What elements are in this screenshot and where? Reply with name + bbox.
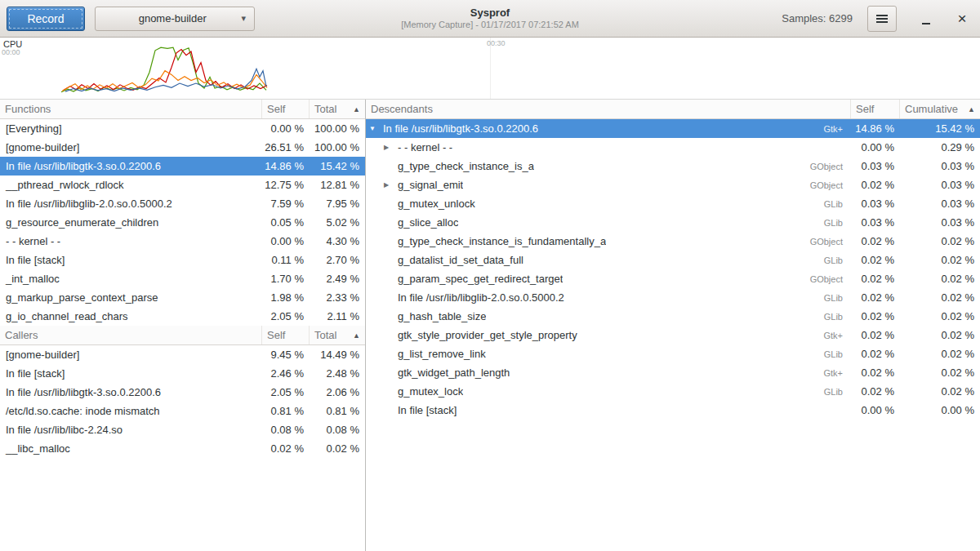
process-selector-dropdown[interactable]: gnome-builder ▾ [95,7,255,31]
table-row[interactable]: In file /usr/lib/libc-2.24.so0.08 %0.08 … [0,420,365,439]
cumulative-percent: 0.02 % [900,348,980,360]
self-percent: 0.02 % [851,385,900,398]
table-row[interactable]: In file /usr/lib/libgtk-3.so.0.2200.614.… [0,157,365,176]
function-name: g_markup_parse_context_parse [0,291,262,304]
total-percent: 2.70 % [310,254,365,266]
total-percent: 12.81 % [310,179,365,191]
expanded-expander-icon[interactable]: ▼ [369,125,383,132]
cumulative-percent: 0.02 % [900,235,980,247]
table-row[interactable]: In file /usr/lib/libglib-2.0.so.0.5000.2… [366,288,980,307]
self-percent: 7.59 % [262,198,310,210]
library-category-label: GLib [824,312,851,322]
table-row[interactable]: ▼In file /usr/lib/libgtk-3.so.0.2200.6Gt… [366,119,980,138]
column-header-self[interactable]: Self [262,326,310,344]
table-row[interactable]: __libc_malloc0.02 %0.02 % [0,439,365,458]
column-header-functions[interactable]: Functions [0,100,262,118]
library-category-label: GLib [824,293,851,303]
total-percent: 2.33 % [310,291,365,304]
self-percent: 0.02 % [851,273,900,285]
table-row[interactable]: In file [stack]2.46 %2.48 % [0,364,365,383]
tree-cell: g_list_remove_linkGLib [366,348,851,360]
library-category-label: GLib [824,218,851,228]
table-row[interactable]: _int_malloc1.70 %2.49 % [0,269,365,288]
self-percent: 0.08 % [262,424,310,436]
column-header-descendants[interactable]: Descendants [366,100,851,118]
table-row[interactable]: g_slice_allocGLib0.03 %0.03 % [366,213,980,232]
collapsed-expander-icon[interactable]: ▶ [384,181,398,189]
self-percent: 0.03 % [851,198,900,210]
table-row[interactable]: g_resource_enumerate_children0.05 %5.02 … [0,213,365,232]
total-percent: 5.02 % [310,216,365,229]
function-name: - - kernel - - [398,141,452,153]
column-header-total[interactable]: Total ▲ [310,100,365,118]
table-row[interactable]: ▶g_signal_emitGObject0.02 %0.03 % [366,176,980,194]
tree-cell: In file [stack] [366,404,851,416]
function-name: g_hash_table_size [398,310,486,322]
self-percent: 0.11 % [262,254,310,266]
cumulative-percent: 0.00 % [900,404,980,416]
headerbar-right: Samples: 6299 × [782,6,973,32]
self-percent: 0.00 % [262,235,310,247]
minimize-button[interactable] [915,7,938,30]
column-header-self[interactable]: Self [851,100,900,118]
column-header-self[interactable]: Self [262,100,310,118]
table-row[interactable]: g_io_channel_read_chars2.05 %2.11 % [0,307,365,326]
function-name: g_list_remove_link [398,348,486,360]
total-percent: 2.06 % [310,386,365,398]
column-header-total-label: Total [314,103,336,115]
table-row[interactable]: [gnome-builder]26.51 %100.00 % [0,138,365,157]
self-percent: 0.02 % [851,291,900,304]
table-row[interactable]: In file [stack]0.11 %2.70 % [0,251,365,269]
table-row[interactable]: g_type_check_instance_is_aGObject0.03 %0… [366,157,980,176]
library-category-label: GObject [810,237,851,247]
table-row[interactable]: g_hash_table_sizeGLib0.02 %0.02 % [366,307,980,326]
table-row[interactable]: g_mutex_lockGLib0.02 %0.02 % [366,382,980,401]
cumulative-percent: 15.42 % [900,122,980,135]
tree-cell: g_mutex_lockGLib [366,385,851,398]
table-row[interactable]: g_type_check_instance_is_fundamentally_a… [366,232,980,251]
record-button[interactable]: Record [7,7,85,31]
table-row[interactable]: __pthread_rwlock_rdlock12.75 %12.81 % [0,176,365,194]
column-header-cumulative[interactable]: Cumulative ▲ [900,100,980,118]
hamburger-icon [876,18,888,20]
table-row[interactable]: g_mutex_unlockGLib0.03 %0.03 % [366,194,980,213]
main-content: Functions Self Total ▲ [Everything]0.00 … [0,100,980,551]
table-row[interactable]: - - kernel - -0.00 %4.30 % [0,232,365,251]
table-row[interactable]: g_datalist_id_set_data_fullGLib0.02 %0.0… [366,251,980,269]
app-title: Sysprof [470,7,510,19]
close-button[interactable]: × [951,7,973,30]
table-row[interactable]: /etc/ld.so.cache: inode mismatch0.81 %0.… [0,402,365,420]
function-name: [Everything] [0,122,262,135]
cumulative-percent: 0.03 % [900,198,980,210]
process-selector-label: gnome-builder [104,12,241,24]
table-row[interactable]: [gnome-builder]9.45 %14.49 % [0,345,365,364]
cumulative-percent: 0.03 % [900,216,980,229]
table-row[interactable]: gtk_style_provider_get_style_propertyGtk… [366,326,980,344]
table-row[interactable]: In file /usr/lib/libglib-2.0.so.0.5000.2… [0,194,365,213]
table-row[interactable]: gtk_widget_path_lengthGtk+0.02 %0.02 % [366,363,980,382]
function-name: - - kernel - - [0,235,262,247]
table-row[interactable]: g_markup_parse_context_parse1.98 %2.33 % [0,288,365,307]
functions-rows: [Everything]0.00 %100.00 %[gnome-builder… [0,119,365,326]
function-name: In file [stack] [398,404,457,416]
table-row[interactable]: ▶- - kernel - -0.00 %0.29 % [366,138,980,157]
table-row[interactable]: In file [stack]0.00 %0.00 % [366,401,980,420]
function-name: gtk_widget_path_length [398,367,510,379]
tree-cell: g_type_check_instance_is_fundamentally_a… [366,235,851,247]
total-percent: 100.00 % [310,122,365,135]
function-name: g_datalist_id_set_data_full [398,254,523,266]
function-name: In file /usr/lib/libc-2.24.so [0,424,262,436]
total-percent: 4.30 % [310,235,365,247]
self-percent: 0.02 % [851,367,900,379]
table-row[interactable]: [Everything]0.00 %100.00 % [0,119,365,138]
table-row[interactable]: In file /usr/lib/libgtk-3.so.0.2200.62.0… [0,383,365,402]
table-row[interactable]: g_param_spec_get_redirect_targetGObject0… [366,269,980,288]
column-header-total[interactable]: Total ▲ [310,326,365,344]
function-name: g_signal_emit [398,179,463,191]
collapsed-expander-icon[interactable]: ▶ [384,144,398,151]
library-category-label: GLib [824,199,851,209]
menu-button[interactable] [867,6,897,32]
column-header-callers[interactable]: Callers [0,326,262,344]
self-percent: 2.46 % [262,367,310,380]
table-row[interactable]: g_list_remove_linkGLib0.02 %0.02 % [366,344,980,363]
